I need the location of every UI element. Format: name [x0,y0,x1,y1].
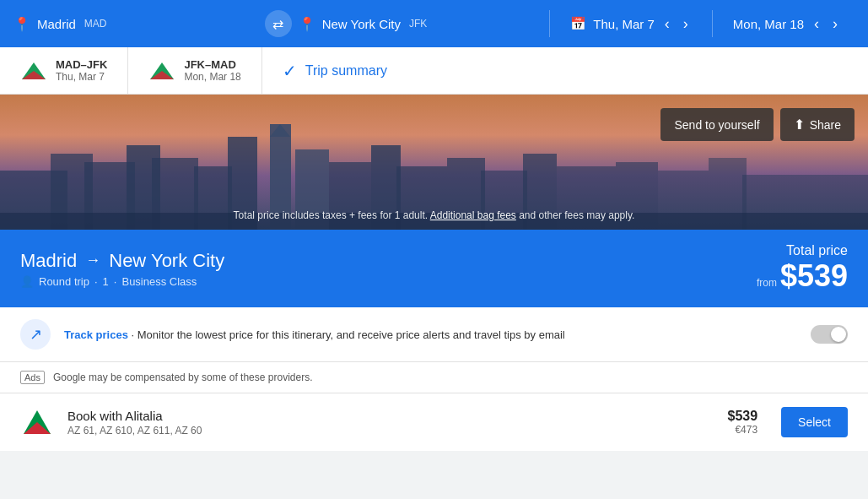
origin-city: Madrid [37,17,76,31]
track-prices-text: Track prices · Monitor the lowest price … [64,328,797,341]
track-prices-icon: ↗ [20,319,51,350]
track-prices-description: · Monitor the lowest price for this itin… [132,328,565,341]
trip-type: Round trip [39,275,89,288]
ads-badge: Ads [20,371,45,384]
track-prices-toggle[interactable] [811,325,848,344]
summary-bar: Madrid → New York City 👤 Round trip · 1 … [0,230,868,307]
passengers: 1 [103,275,109,288]
summary-price: Total price from $539 [757,243,848,294]
price-row: from $539 [757,258,848,294]
return-date: Mon, Mar 18 [733,17,804,31]
alitalia-logo-booking [20,407,54,437]
summary-details: 👤 Round trip · 1 · Business Class [20,275,224,288]
summary-origin: Madrid [20,250,77,272]
summary-route: Madrid → New York City [20,250,224,272]
tab-outbound[interactable]: MAD–JFK Thu, Mar 7 [0,47,128,94]
swap-button[interactable]: ⇄ [265,10,292,37]
return-next-button[interactable]: › [829,12,841,36]
destination-pin-icon: 📍 [299,16,315,32]
total-label-text: Total price [786,243,848,258]
destination-code: JFK [409,18,427,30]
origin-segment[interactable]: Madrid MAD [37,17,258,31]
origin-pin-icon: 📍 [13,16,30,32]
destination-segment[interactable]: New York City JFK [322,17,543,31]
alitalia-logo-outbound [20,59,47,83]
track-prices-row: ↗ Track prices · Monitor the lowest pric… [0,307,868,362]
origin-code: MAD [84,18,107,30]
from-label: from [757,277,777,289]
select-button[interactable]: Select [781,407,848,437]
ads-text: Google may be compensated by some of the… [53,372,313,383]
divider2 [712,10,713,37]
total-price-label: Total price [757,243,848,258]
disclaimer-suffix: and other fees may apply. [519,209,634,221]
tab-return-route: JFK–MAD [184,58,240,71]
booking-flight-codes: AZ 61, AZ 610, AZ 611, AZ 60 [67,425,714,437]
select-label: Select [798,415,831,429]
ads-notice: Ads Google may be compensated by some of… [0,362,868,393]
send-to-yourself-label: Send to yourself [674,118,759,132]
destination-city: New York City [322,17,401,31]
depart-date-segment[interactable]: 📅 Thu, Mar 7 ‹ › [557,12,705,36]
booking-info: Book with Alitalia AZ 61, AZ 610, AZ 611… [67,409,714,437]
send-to-yourself-button[interactable]: Send to yourself [660,108,773,141]
tab-outbound-route: MAD–JFK [56,58,107,71]
share-icon: ⬆ [794,117,805,133]
divider [549,10,550,37]
summary-destination: New York City [109,250,224,272]
hero-disclaimer: Total price includes taxes + fees for 1 … [234,209,635,221]
tabs-bar: MAD–JFK Thu, Mar 7 JFK–MAD Mon, Mar 18 ✓… [0,47,868,95]
additional-fees-link[interactable]: Additional bag fees [430,209,516,221]
cabin-class: Business Class [121,275,197,288]
person-icon: 👤 [20,275,34,288]
share-button[interactable]: ⬆ Share [780,108,855,141]
tab-outbound-date: Thu, Mar 7 [56,71,107,83]
booking-main-price: $539 [727,409,757,424]
return-prev-button[interactable]: ‹ [811,12,822,36]
hero-banner: Send to yourself ⬆ Share Total price inc… [0,95,868,230]
depart-date: Thu, Mar 7 [593,17,655,31]
booking-provider: Book with Alitalia [67,409,714,423]
disclaimer-text: Total price includes taxes + fees for 1 … [234,209,428,221]
depart-next-button[interactable]: › [680,12,692,36]
arrow-icon: → [85,252,100,269]
hero-buttons: Send to yourself ⬆ Share [660,108,855,141]
share-label: Share [810,118,841,132]
trip-summary-label: Trip summary [305,63,387,79]
trending-icon: ↗ [30,325,42,344]
summary-left: Madrid → New York City 👤 Round trip · 1 … [20,250,224,288]
calendar-icon: 📅 [570,16,586,31]
checkmark-icon: ✓ [283,61,297,81]
return-date-segment[interactable]: Mon, Mar 18 ‹ › [720,12,855,36]
alitalia-logo-return [148,59,175,83]
search-bar: 📍 Madrid MAD ⇄ 📍 New York City JFK 📅 Thu… [0,0,868,47]
tab-outbound-info: MAD–JFK Thu, Mar 7 [56,58,107,83]
booking-alt-price: €473 [727,424,757,436]
booking-price: $539 €473 [727,409,757,436]
tab-return-info: JFK–MAD Mon, Mar 18 [184,58,240,83]
track-prices-label: Track prices [64,328,128,341]
booking-row: Book with Alitalia AZ 61, AZ 610, AZ 611… [0,393,868,451]
tab-trip-summary[interactable]: ✓ Trip summary [262,47,407,94]
tab-return-date: Mon, Mar 18 [184,71,240,83]
depart-prev-button[interactable]: ‹ [661,12,673,36]
price-amount: $539 [780,258,848,294]
tab-return[interactable]: JFK–MAD Mon, Mar 18 [128,47,261,94]
